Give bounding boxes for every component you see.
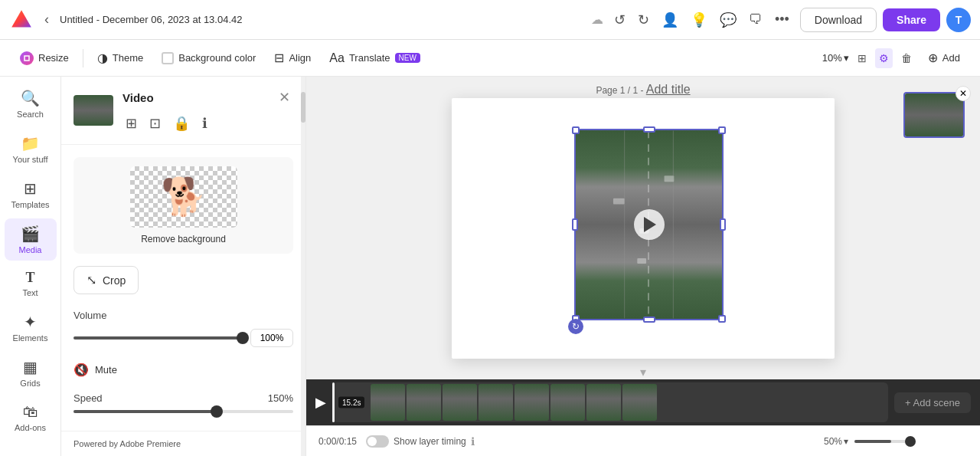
crop-button[interactable]: ⤡ Crop bbox=[74, 266, 139, 294]
timeline-play-button[interactable]: ▶ bbox=[315, 394, 326, 411]
share-button[interactable]: Share bbox=[883, 8, 940, 31]
sidebar-item-elements[interactable]: ✦ Elements bbox=[5, 307, 57, 349]
add-scene-button[interactable]: + Add scene bbox=[894, 392, 971, 413]
add-button[interactable]: ⊕ Add bbox=[920, 46, 968, 70]
share-people-button[interactable]: 👤 bbox=[657, 7, 683, 33]
timeline-track[interactable]: 15.2s bbox=[332, 382, 888, 422]
translate-label: Translate bbox=[349, 52, 390, 64]
layer-timing-switch[interactable] bbox=[366, 435, 389, 448]
video-play-overlay bbox=[576, 130, 722, 319]
magic-button[interactable]: 💡 bbox=[686, 7, 712, 33]
panel-header: Video ✕ ⊞ ⊡ 🔒 ℹ bbox=[61, 77, 305, 145]
remove-bg-label: Remove background bbox=[141, 234, 226, 244]
powered-by-footer: Powered by Adobe Premiere bbox=[61, 431, 305, 456]
remove-background-card[interactable]: 🐕 Remove background bbox=[74, 157, 293, 254]
properties-button[interactable]: ⚙ bbox=[875, 48, 893, 68]
sidebar-item-search[interactable]: 🔍 Search bbox=[5, 83, 57, 125]
speed-section-label: Speed bbox=[74, 392, 103, 404]
comment-button[interactable]: 💬 bbox=[715, 7, 741, 33]
sidebar-item-templates[interactable]: ⊞ Templates bbox=[5, 173, 57, 215]
templates-icon: ⊞ bbox=[24, 179, 37, 198]
speed-slider-thumb[interactable] bbox=[211, 405, 223, 418]
elements-icon: ✦ bbox=[24, 313, 37, 331]
download-button[interactable]: Download bbox=[800, 8, 877, 32]
sidebar-item-label-addons: Add-ons bbox=[15, 423, 46, 432]
volume-slider[interactable] bbox=[74, 336, 243, 340]
align-button[interactable]: ⊟ Align bbox=[266, 46, 318, 70]
sidebar-item-text[interactable]: T Text bbox=[5, 264, 57, 303]
media-icon: 🎬 bbox=[21, 225, 40, 243]
volume-slider-thumb[interactable] bbox=[237, 332, 249, 344]
panel-action-grid-btn[interactable]: ⊞ bbox=[122, 112, 140, 135]
topbar: ‹ Untitled - December 06, 2023 at 13.04.… bbox=[0, 0, 980, 40]
selection-handle-left-mid[interactable] bbox=[572, 218, 578, 231]
timeline-frame-3 bbox=[443, 384, 477, 421]
dog-preview-icon: 🐕 bbox=[161, 176, 207, 218]
collapse-arrow[interactable]: ▾ bbox=[640, 364, 646, 379]
layer-timing-info-icon[interactable]: ℹ bbox=[471, 435, 475, 448]
speed-slider-row bbox=[74, 410, 293, 413]
undo-button[interactable]: ↺ bbox=[609, 7, 630, 33]
thumbnail-container: ✕ bbox=[903, 92, 965, 138]
avatar: T bbox=[946, 8, 971, 32]
redo-button[interactable]: ↻ bbox=[633, 7, 654, 33]
timeline-frame-4 bbox=[479, 384, 513, 421]
zoom-select-button[interactable]: 50% ▾ bbox=[824, 436, 848, 447]
zoom-percent-button[interactable]: 10% ▾ bbox=[822, 52, 849, 64]
sidebar-item-label-templates: Templates bbox=[11, 200, 49, 209]
mute-button[interactable]: 🔇 Mute bbox=[74, 359, 117, 380]
volume-section-label: Volume bbox=[74, 310, 293, 321]
timeline-frame-8 bbox=[622, 384, 657, 421]
add-icon: ⊕ bbox=[928, 51, 938, 65]
sidebar-item-media[interactable]: 🎬 Media bbox=[5, 218, 57, 261]
timeline-playhead bbox=[332, 382, 335, 422]
timeline-frame-2 bbox=[407, 384, 441, 421]
selection-handle-top-mid[interactable] bbox=[643, 126, 655, 133]
more-button[interactable]: ••• bbox=[770, 7, 794, 32]
mute-icon: 🔇 bbox=[74, 363, 89, 377]
selection-handle-top-left[interactable] bbox=[572, 126, 580, 134]
panel-action-lock-btn[interactable]: 🔒 bbox=[170, 112, 193, 135]
translate-button[interactable]: Aa Translate NEW bbox=[322, 47, 428, 70]
zoom-slider[interactable] bbox=[854, 440, 916, 443]
addons-icon: 🛍 bbox=[23, 403, 38, 421]
resize-badge-icon bbox=[20, 51, 34, 65]
zoom-controls: 50% ▾ bbox=[824, 436, 968, 447]
chat-button[interactable]: 🗨 bbox=[744, 7, 767, 32]
panel-close-button[interactable]: ✕ bbox=[276, 86, 293, 109]
toolbar-right: 10% ▾ ⊞ ⚙ 🗑 ⊕ Add bbox=[822, 46, 968, 70]
panel-header-info: Video ✕ ⊞ ⊡ 🔒 ℹ bbox=[122, 86, 293, 135]
background-color-button[interactable]: Background color bbox=[154, 48, 263, 69]
panel-title: Video bbox=[122, 91, 276, 104]
volume-value-input[interactable] bbox=[250, 329, 293, 347]
selection-handle-top-right[interactable] bbox=[718, 126, 726, 134]
panel-action-info-btn[interactable]: ℹ bbox=[199, 112, 211, 135]
zoom-slider-thumb[interactable] bbox=[905, 436, 916, 447]
sidebar-item-addons[interactable]: 🛍 Add-ons bbox=[5, 397, 57, 438]
thumbnail-close-button[interactable]: ✕ bbox=[956, 86, 971, 101]
panel-action-copy-btn[interactable]: ⊡ bbox=[146, 112, 164, 135]
theme-button[interactable]: ◑ Theme bbox=[90, 46, 151, 70]
panel-scrollbar-thumb[interactable] bbox=[301, 92, 305, 123]
zoom-chevron-icon: ▾ bbox=[844, 436, 848, 447]
speed-slider-fill bbox=[74, 410, 217, 413]
selection-handle-right-mid[interactable] bbox=[720, 218, 726, 231]
timeline-frame-6 bbox=[550, 384, 585, 421]
resize-button[interactable]: Resize bbox=[12, 47, 77, 70]
selection-handle-bottom-mid[interactable] bbox=[643, 317, 655, 323]
add-title-link[interactable]: Add title bbox=[646, 83, 691, 96]
delete-button[interactable]: 🗑 bbox=[897, 48, 916, 68]
sidebar-item-grids[interactable]: ▦ Grids bbox=[5, 352, 57, 394]
speed-slider[interactable] bbox=[74, 410, 293, 413]
grids-icon: ▦ bbox=[23, 358, 38, 376]
selection-handle-bottom-right[interactable] bbox=[718, 315, 726, 323]
search-icon: 🔍 bbox=[21, 89, 40, 107]
back-button[interactable]: ‹ bbox=[40, 8, 54, 31]
sidebar-item-your-stuff[interactable]: 📁 Your stuff bbox=[5, 128, 57, 170]
document-title: Untitled - December 06, 2023 at 13.04.42 bbox=[60, 14, 585, 25]
video-element[interactable]: ↻ bbox=[574, 129, 724, 320]
layers-button[interactable]: ⊞ bbox=[854, 48, 871, 68]
rotation-handle[interactable]: ↻ bbox=[568, 319, 583, 334]
play-button-circle[interactable] bbox=[634, 209, 665, 240]
video-inner bbox=[576, 130, 722, 319]
